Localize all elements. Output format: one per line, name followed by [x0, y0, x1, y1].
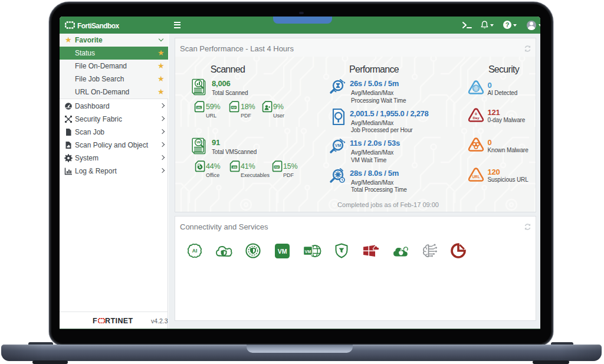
svg-text:PDF: PDF: [232, 107, 237, 109]
svg-text:VM: VM: [278, 248, 287, 255]
svg-text:Day: Day: [472, 116, 480, 120]
svg-text:VM: VM: [305, 250, 311, 254]
svg-text:VM: VM: [335, 143, 342, 147]
svg-text:0: 0: [475, 112, 477, 116]
svg-text:PDF: PDF: [275, 166, 280, 169]
svg-text:URL: URL: [197, 107, 202, 109]
svg-text:.EXE: .EXE: [232, 166, 237, 169]
svg-text:URL: URL: [472, 175, 480, 179]
svg-text:VM: VM: [196, 140, 201, 144]
svg-text:AI: AI: [192, 248, 198, 254]
